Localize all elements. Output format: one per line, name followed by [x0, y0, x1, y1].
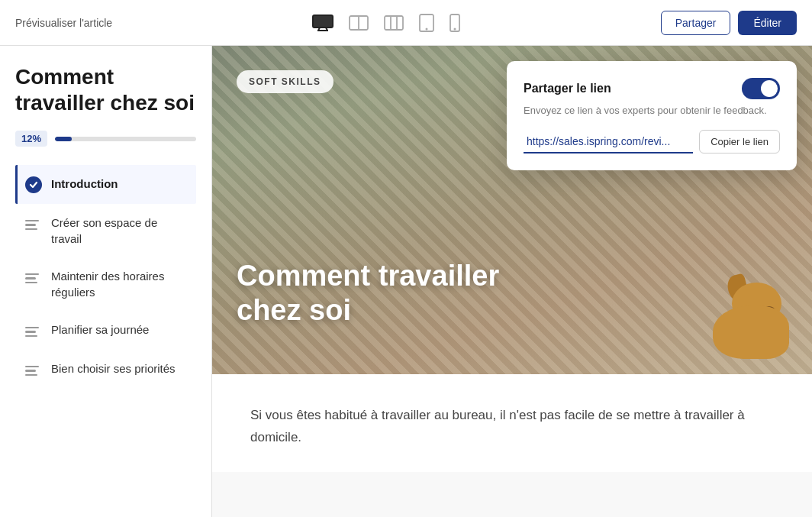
edit-button[interactable]: Éditer — [738, 11, 797, 35]
share-popup-header: Partager le lien — [524, 78, 780, 99]
sidebar-item-workspace[interactable]: Créer son espace de travail — [15, 204, 196, 257]
top-bar-actions: Partager Éditer — [661, 11, 797, 35]
sidebar: Comment travailler chez soi 12% Introduc… — [0, 46, 212, 517]
hero-title: Comment travailler chez soi — [237, 259, 499, 328]
svg-rect-0 — [313, 15, 333, 27]
sidebar-item-introduction[interactable]: Introduction — [15, 165, 196, 204]
nav-label-hours: Maintenir des horaires réguliers — [51, 268, 188, 300]
nav-label-priorities: Bien choisir ses priorités — [51, 360, 176, 376]
svg-point-12 — [454, 27, 456, 30]
body-paragraph: Si vous êtes habitué à travailler au bur… — [250, 405, 774, 449]
view-icons — [312, 14, 460, 32]
nav-label-workspace: Créer son espace de travail — [51, 215, 188, 247]
view-desktop-icon[interactable] — [312, 15, 334, 31]
sidebar-title: Comment travailler chez soi — [15, 64, 196, 115]
top-bar: Prévisualiser l'article — [0, 0, 812, 46]
sidebar-item-priorities[interactable]: Bien choisir ses priorités — [15, 350, 196, 389]
sidebar-item-hours[interactable]: Maintenir des horaires réguliers — [15, 257, 196, 311]
content-area: SOFT SKILLS Comment travailler chez soi … — [212, 46, 812, 517]
progress-badge: 12% — [15, 131, 47, 147]
share-button[interactable]: Partager — [661, 11, 731, 35]
svg-point-10 — [426, 27, 428, 30]
share-popup-description: Envoyez ce lien à vos experts pour obten… — [524, 104, 780, 118]
share-popup-title: Partager le lien — [524, 82, 611, 95]
hero-title-line2: chez soi — [237, 294, 351, 326]
sidebar-item-plan[interactable]: Planifier sa journée — [15, 311, 196, 350]
preview-label: Prévisualiser l'article — [15, 17, 112, 29]
view-three-icon[interactable] — [384, 15, 404, 31]
share-popup: Partager le lien Envoyez ce lien à vos e… — [507, 61, 797, 170]
main-layout: Comment travailler chez soi 12% Introduc… — [0, 46, 812, 517]
share-url-row: Copier le lien — [524, 130, 780, 153]
lines-icon-workspace — [25, 215, 42, 232]
nav-label-introduction: Introduction — [51, 176, 118, 192]
lines-icon-priorities — [25, 361, 42, 378]
progress-row: 12% — [15, 131, 196, 147]
view-tablet-icon[interactable] — [419, 14, 434, 32]
hero-title-line1: Comment travailler — [237, 260, 499, 292]
body-text: Si vous êtes habitué à travailler au bur… — [212, 374, 812, 472]
copy-link-button[interactable]: Copier le lien — [699, 130, 780, 153]
check-icon — [25, 176, 42, 193]
view-mobile-icon[interactable] — [450, 14, 460, 32]
dog-body — [713, 305, 789, 359]
progress-bar-fill — [55, 137, 72, 141]
lines-icon-plan — [25, 322, 42, 339]
hero-dog-illustration — [698, 283, 789, 359]
svg-rect-6 — [385, 16, 403, 30]
nav-label-plan: Planifier sa journée — [51, 322, 149, 338]
view-split-icon[interactable] — [349, 15, 369, 31]
share-url-input[interactable] — [524, 131, 693, 153]
lines-icon-hours — [25, 269, 42, 286]
share-toggle[interactable] — [742, 78, 780, 99]
progress-bar-bg — [55, 137, 196, 141]
hero-badge: SOFT SKILLS — [237, 70, 334, 93]
